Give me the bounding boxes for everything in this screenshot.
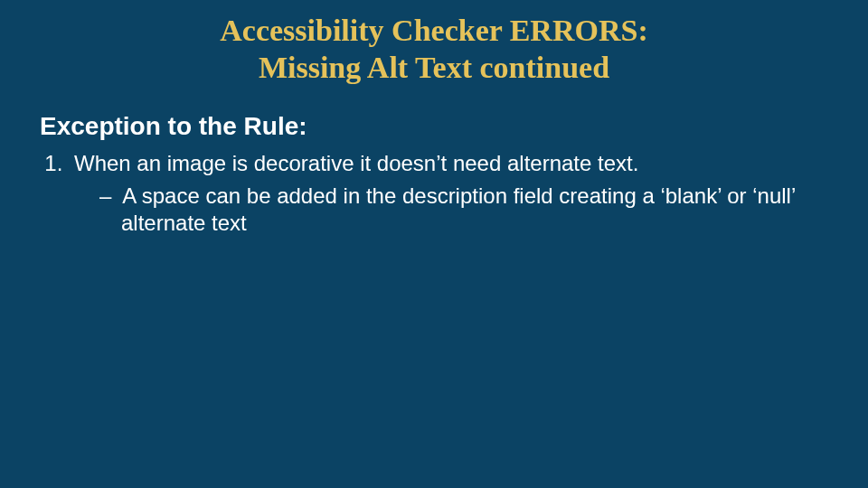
list-item: When an image is decorative it doesn’t n…	[69, 150, 823, 237]
ordered-list: When an image is decorative it doesn’t n…	[40, 150, 823, 237]
list-item-text: When an image is decorative it doesn’t n…	[74, 151, 638, 175]
slide-title: Accessibility Checker ERRORS: Missing Al…	[43, 0, 825, 87]
slide: Accessibility Checker ERRORS: Missing Al…	[0, 0, 868, 488]
sub-list-item: A space can be added in the description …	[99, 183, 823, 237]
title-line-2: Missing Alt Text continued	[259, 51, 609, 84]
sub-list: A space can be added in the description …	[74, 183, 823, 237]
section-heading: Exception to the Rule:	[40, 112, 868, 141]
title-line-1: Accessibility Checker ERRORS:	[220, 14, 647, 47]
